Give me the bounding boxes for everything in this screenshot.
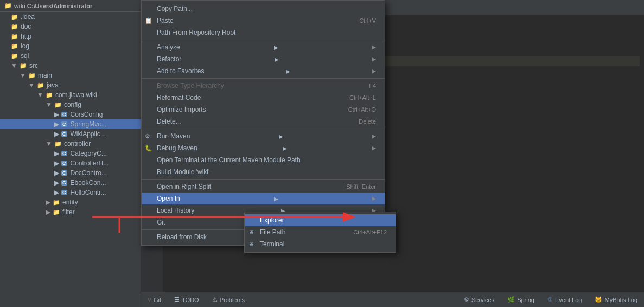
menu-item-delete[interactable]: Delete... Delete [142,116,385,127]
eventlog-icon: ① [547,296,553,303]
sidebar-item-label: java [47,81,59,89]
folder-icon: 📁 [11,53,18,60]
menu-item-open-right-split[interactable]: Open in Right Split Shift+Enter [142,181,385,193]
sidebar-item-label: ControllerH... [71,159,109,167]
expand-icon: ▶ [54,150,59,157]
arrow-icon: ▶ [283,145,287,151]
sidebar-item-corsconfig[interactable]: ▶ C CorsConfig [0,110,141,119]
menu-item-copy-path[interactable]: Copy Path... [142,3,385,15]
paste-icon: 📋 [145,17,152,24]
menu-item-run-maven[interactable]: ⚙ Run Maven ▶ [142,130,385,142]
menu-item-optimize-imports[interactable]: Optimize Imports Ctrl+Alt+O [142,104,385,116]
sidebar-item-main[interactable]: ▼ 📁 main [0,71,141,80]
sidebar-item-filter[interactable]: ▶ 📁 filter [0,207,141,217]
bottom-bar-eventlog[interactable]: ① Event Log [545,295,584,304]
sidebar-item-doc[interactable]: 📁 doc [0,22,141,31]
menu-item-open-in[interactable]: Open In ▶ [142,193,385,204]
sidebar-item-label: entity [62,199,78,206]
menu-item-debug-maven[interactable]: 🐛 Debug Maven ▶ [142,142,385,154]
menu-shortcut: F4 [369,82,376,89]
java-icon: C [61,161,67,166]
bottom-bar-services[interactable]: ⚙ Services [462,295,496,304]
menu-shortcut: Shift+Enter [346,183,376,190]
menu-item-label: Open Terminal at the Current Maven Modul… [157,156,301,164]
menu-item-path-from-repo[interactable]: Path From Repository Root [142,27,385,39]
sidebar-item-label: sql [21,52,29,60]
sidebar-item-http[interactable]: 📁 http [0,31,141,41]
arrow-icon: ▶ [275,56,279,62]
bottom-bar-label: TODO [182,297,199,303]
bottom-bar-mybatis[interactable]: 🐱 MyBatis Log [592,295,640,304]
java-icon: C [61,151,67,156]
menu-item-refactor[interactable]: Refactor ▶ [142,53,385,65]
terminal-icon: 🖥 [248,229,254,235]
folder-icon: 📁 [11,14,18,21]
menu-shortcut: Delete [359,118,376,125]
java-icon: C [61,170,67,176]
menu-item-label: Analyze [157,43,180,51]
expand-icon: ▶ [46,199,50,206]
sidebar-item-doccontro[interactable]: ▶ C DocContro... [0,168,141,178]
menu-item-analyze[interactable]: Analyze ▶ [142,41,385,53]
menu-item-reformat[interactable]: Reformat Code Ctrl+Alt+L [142,92,385,104]
sidebar-item-config[interactable]: ▼ 📁 config [0,100,141,110]
submenu-item-explorer[interactable]: Explorer [245,214,396,226]
sidebar-item-label: filter [62,208,75,216]
bottom-bar-git[interactable]: ⑂ Git [145,296,163,304]
sidebar-item-controllerh[interactable]: ▶ C ControllerH... [0,158,141,168]
sidebar-item-label: log [21,42,29,50]
sidebar-item-sql[interactable]: 📁 sql [0,51,141,61]
sidebar-item-entity[interactable]: ▶ 📁 entity [0,197,141,207]
expand-icon: ▶ [54,179,59,187]
folder-icon: 📁 [28,72,36,79]
folder-icon: 📁 [11,23,18,30]
sidebar-item-hellocontr[interactable]: ▶ C HelloContr... [0,188,141,197]
menu-item-build-module[interactable]: Build Module 'wiki' [142,166,385,178]
java-icon: C [61,112,67,117]
menu-item-open-terminal-maven[interactable]: Open Terminal at the Current Maven Modul… [142,154,385,166]
sidebar-item-categoryc[interactable]: ▶ C CategoryC... [0,149,141,158]
mybatis-icon: 🐱 [595,296,602,303]
menu-item-label: Optimize Imports [157,106,206,113]
bottom-bar: ⑂ Git ☰ TODO ⚠ Problems ⚙ Services 🌿 Spr… [141,292,644,307]
sidebar-header: 📁 wiki C:\Users\Administrator [0,0,141,12]
bottom-bar-todo[interactable]: ☰ TODO [172,295,201,304]
sidebar-item-label: HelloContr... [71,189,106,196]
sidebar-item-com-jiawa-wiki[interactable]: ▼ 📁 com.jiawa.wiki [0,90,141,100]
context-menu: Copy Path... 📋 Paste Ctrl+V Path From Re… [141,0,385,246]
menu-item-label: Debug Maven [157,144,197,152]
sidebar-item-label: .idea [21,13,35,21]
sidebar-item-wikiapplic[interactable]: ▶ C WikiApplic... [0,129,141,139]
problems-icon: ⚠ [212,296,218,303]
sidebar-item-java[interactable]: ▼ 📁 java [0,80,141,90]
submenu-item-file-path[interactable]: 🖥 File Path Ctrl+Alt+F12 [245,226,396,238]
folder-icon: 📁 [20,62,27,69]
sidebar-item-idea[interactable]: 📁 .idea [0,12,141,22]
menu-item-paste[interactable]: 📋 Paste Ctrl+V [142,15,385,27]
menu-item-label: Build Module 'wiki' [157,168,209,176]
menu-separator [142,40,385,40]
sidebar-item-springmvc[interactable]: ▶ C SpringMvc... [0,119,141,129]
sidebar-item-controller[interactable]: ▼ 📁 controller [0,139,141,149]
services-icon: ⚙ [464,296,469,303]
sidebar-item-src[interactable]: ▼ 📁 src [0,61,141,71]
menu-item-add-favorites[interactable]: Add to Favorites ▶ [142,65,385,77]
maven-icon: ⚙ [145,133,150,140]
debug-icon: 🐛 [145,145,152,152]
menu-shortcut: Ctrl+Alt+L [349,94,376,101]
sidebar-item-label: EbookCon... [71,179,106,187]
submenu-item-label: Explorer [260,216,284,224]
submenu-item-terminal[interactable]: 🖥 Terminal [245,238,396,250]
sidebar-item-label: com.jiawa.wiki [55,91,97,99]
expand-icon: ▶ [54,130,59,138]
bottom-bar-problems[interactable]: ⚠ Problems [210,295,247,304]
bottom-bar-spring[interactable]: 🌿 Spring [505,295,537,304]
sidebar-item-log[interactable]: 📁 log [0,41,141,51]
sidebar-item-ebookcon[interactable]: ▶ C EbookCon... [0,178,141,188]
menu-item-label: Refactor [157,55,181,63]
sidebar-item-label: CorsConfig [71,111,103,118]
menu-item-label: Paste [157,17,174,24]
folder-icon: 📁 [53,199,60,206]
sidebar: 📁 wiki C:\Users\Administrator 📁 .idea 📁 … [0,0,141,307]
java-icon: C [61,131,67,137]
